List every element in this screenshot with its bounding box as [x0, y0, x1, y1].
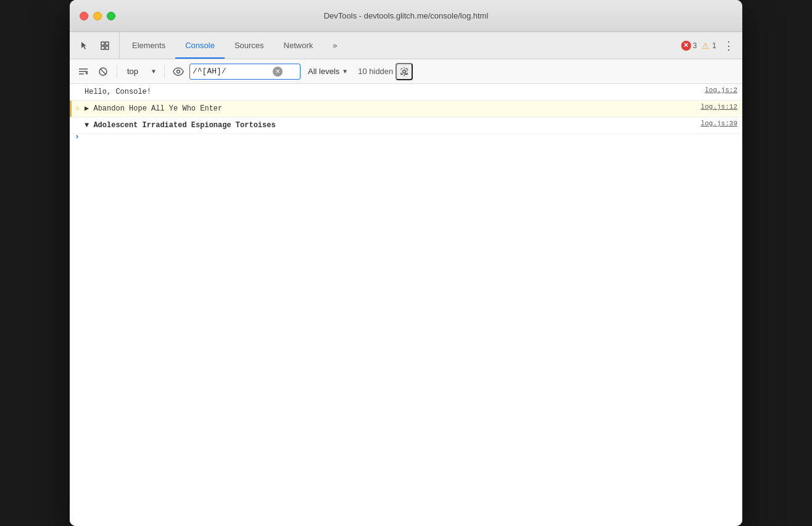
tabbar: Elements Console Sources Network » ✕ 3 ⚠	[70, 32, 742, 59]
svg-rect-5	[79, 71, 88, 72]
context-select[interactable]: top	[122, 64, 159, 78]
divider-2	[164, 65, 165, 78]
close-button[interactable]	[80, 12, 88, 20]
tab-right-area: ✕ 3 ⚠ 1 ⋮	[681, 32, 737, 59]
hidden-count: 10 hidden	[358, 67, 393, 76]
line-link-hello[interactable]: log.js:2	[705, 86, 737, 94]
line-content-hello: Hello, Console!	[85, 86, 700, 98]
tabs: Elements Console Sources Network »	[122, 32, 681, 59]
svg-rect-3	[106, 46, 109, 49]
context-select-wrap: top ▼	[122, 64, 159, 78]
warn-badge: ⚠ 1	[700, 41, 716, 51]
eye-button[interactable]	[170, 63, 187, 80]
filter-clear-button[interactable]: ✕	[273, 67, 283, 77]
no-ban-button[interactable]	[94, 63, 112, 80]
tab-icons	[75, 32, 120, 59]
tab-sources[interactable]: Sources	[225, 32, 274, 59]
tab-network[interactable]: Network	[274, 32, 323, 59]
svg-rect-2	[101, 46, 104, 49]
maximize-button[interactable]	[107, 12, 115, 20]
error-badge: ✕ 3	[681, 41, 697, 51]
clear-console-button[interactable]	[75, 63, 92, 80]
line-link-adolescent[interactable]: log.js:39	[701, 120, 737, 127]
traffic-lights	[80, 12, 115, 20]
console-toolbar: top ▼ ✕ All levels ▼ 10 hidden	[70, 59, 742, 84]
minimize-button[interactable]	[93, 12, 102, 20]
error-count: 3	[693, 41, 697, 50]
svg-rect-4	[79, 69, 88, 70]
svg-rect-6	[79, 73, 84, 75]
divider-1	[117, 65, 117, 78]
line-content-abandon: ▶ Abandon Hope All Ye Who Enter	[85, 103, 696, 114]
line-content-adolescent: ▼ Adolescent Irradiated Espionage Tortoi…	[85, 120, 696, 131]
line-link-abandon[interactable]: log.js:12	[701, 103, 737, 111]
settings-button[interactable]	[396, 63, 413, 80]
levels-label: All levels	[308, 67, 339, 76]
warn-icon: ⚠	[700, 41, 710, 51]
inspect-icon[interactable]	[96, 36, 114, 55]
tab-console[interactable]: Console	[175, 32, 225, 59]
error-icon: ✕	[681, 41, 691, 51]
console-output[interactable]: Hello, Console! log.js:2 ⚠ ▶ Abandon Hop…	[70, 84, 742, 526]
titlebar: DevTools - devtools.glitch.me/console/lo…	[70, 0, 742, 32]
cursor-icon[interactable]	[75, 36, 93, 55]
tab-elements[interactable]: Elements	[122, 32, 175, 59]
window-title: DevTools - devtools.glitch.me/console/lo…	[324, 11, 489, 20]
svg-rect-1	[106, 42, 109, 45]
levels-arrow-icon: ▼	[342, 68, 348, 75]
filter-input[interactable]	[193, 67, 273, 76]
devtools-window: DevTools - devtools.glitch.me/console/lo…	[70, 0, 742, 526]
levels-dropdown[interactable]: All levels ▼	[303, 64, 353, 78]
svg-line-8	[101, 69, 106, 74]
prompt-chevron-icon: ›	[75, 132, 80, 141]
filter-input-wrap: ✕	[189, 64, 300, 80]
svg-point-9	[177, 70, 180, 73]
console-line-abandon: ⚠ ▶ Abandon Hope All Ye Who Enter log.js…	[70, 101, 742, 117]
more-menu-button[interactable]: ⋮	[720, 37, 737, 54]
warn-count: 1	[712, 41, 716, 50]
svg-rect-0	[101, 42, 104, 45]
console-line-hello: Hello, Console! log.js:2	[70, 84, 742, 101]
tab-more[interactable]: »	[323, 32, 347, 59]
console-line-adolescent: ▼ Adolescent Irradiated Espionage Tortoi…	[70, 117, 742, 134]
console-prompt[interactable]: ›	[70, 134, 742, 139]
warn-icon-abandon: ⚠	[75, 103, 80, 112]
